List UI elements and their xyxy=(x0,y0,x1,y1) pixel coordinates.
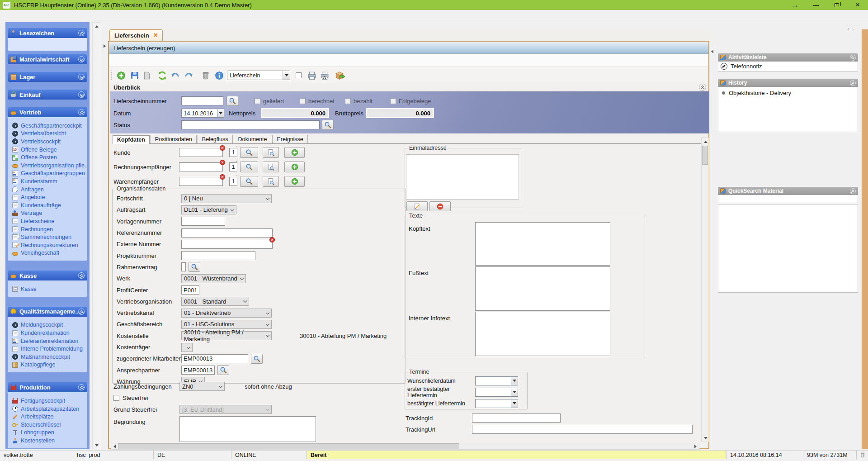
panel-header[interactable]: History xyxy=(718,79,858,87)
sidebar-item[interactable]: Kasse xyxy=(12,285,86,293)
sidebar-splitter[interactable] xyxy=(103,22,107,449)
print-preview-button[interactable]: A xyxy=(318,69,330,81)
redo-button[interactable] xyxy=(182,69,194,81)
termin-datepicker[interactable] xyxy=(475,376,518,385)
menu-item[interactable] xyxy=(27,14,36,16)
collapse-chevron-icon[interactable] xyxy=(850,55,856,61)
partner-input[interactable] xyxy=(179,148,223,157)
partner-count-input[interactable]: 1 xyxy=(229,162,237,171)
scroll-down-button[interactable] xyxy=(93,442,101,449)
checkbox-icon[interactable] xyxy=(300,98,306,104)
sidebar-group-header[interactable]: Vertrieb xyxy=(8,107,87,117)
history-item[interactable]: Objekthistorie - Delivery xyxy=(722,90,854,96)
termin-dropdown-icon[interactable] xyxy=(511,388,518,397)
new-document-button[interactable] xyxy=(141,69,153,81)
sidebar-item[interactable]: Interne Problemmeldung xyxy=(12,345,86,353)
document-menu-item[interactable] xyxy=(119,58,129,62)
termin-input[interactable] xyxy=(475,399,511,408)
sidebar-item[interactable]: Rechnungskorrekturen xyxy=(12,241,86,249)
select-field[interactable]: 0001 - Wüstenbrand xyxy=(181,274,246,283)
restore-button[interactable] xyxy=(826,0,847,10)
sidebar-item[interactable]: Anfragen xyxy=(12,185,86,194)
begruendung-textarea[interactable] xyxy=(179,416,316,442)
sidebar-item[interactable]: Kundenstamm xyxy=(12,177,86,185)
sidebar-item[interactable]: Verleihgeschäft xyxy=(12,249,86,257)
document-menu-item[interactable] xyxy=(109,58,119,62)
datum-input[interactable]: 14.10.2016 xyxy=(181,109,217,118)
document-type-combo[interactable]: Lieferschein xyxy=(227,71,290,80)
partner-search-button[interactable] xyxy=(240,147,258,158)
scroll-right-button[interactable] xyxy=(692,443,699,449)
sidebar-item[interactable]: Lieferscheine xyxy=(12,217,86,225)
info-button[interactable] xyxy=(213,69,225,81)
panel-header[interactable]: Aktivitätsleiste xyxy=(718,53,858,62)
form-horizontal-scrollbar[interactable] xyxy=(111,443,699,450)
checkbox-icon[interactable] xyxy=(255,98,260,104)
minimize-button[interactable]: ― xyxy=(806,0,826,10)
lookup-button[interactable] xyxy=(217,365,229,375)
tab-dokumente[interactable]: Dokumente xyxy=(234,135,272,143)
collapse-chevron-icon[interactable] xyxy=(78,272,85,279)
sidebar-item[interactable]: Verträge xyxy=(12,209,86,218)
sidebar-item[interactable]: Geschäftspartnercockpit xyxy=(12,122,86,130)
text-input[interactable] xyxy=(181,228,273,238)
tab-kopfdaten[interactable]: Kopfdaten xyxy=(113,135,150,144)
select-field[interactable]: 0 | Neu xyxy=(181,194,272,203)
scroll-left-button[interactable] xyxy=(111,443,118,449)
refresh-button[interactable] xyxy=(156,69,168,81)
sidebar-item[interactable]: Offene Belege xyxy=(12,146,86,154)
status-checkbox[interactable]: geliefert xyxy=(255,98,300,105)
scroll-down-button[interactable] xyxy=(702,434,710,442)
sidebar-item[interactable]: Arbeitsplätze xyxy=(12,413,86,421)
scrollbar-thumb[interactable] xyxy=(702,146,708,165)
partner-search-button[interactable] xyxy=(240,162,258,172)
sidebar-item[interactable]: Sammelrechnungen xyxy=(12,233,86,241)
partner-add-button[interactable] xyxy=(284,162,305,172)
undo-button[interactable] xyxy=(169,69,181,81)
scrollbar-thumb[interactable] xyxy=(118,443,459,449)
sidebar-item[interactable]: Meldungscockpit xyxy=(12,321,86,329)
einmaladresse-remove-button[interactable] xyxy=(429,201,451,211)
termin-dropdown-icon[interactable] xyxy=(511,376,518,385)
panel-header[interactable]: QuickSearch Material xyxy=(718,187,858,195)
lookup-button[interactable] xyxy=(189,262,200,272)
zahlungsbedingungen-select[interactable]: ZN0 xyxy=(179,382,225,391)
text-input[interactable] xyxy=(181,240,273,249)
sidebar-group-header[interactable]: Einkauf xyxy=(8,90,87,100)
select-field[interactable]: 30010 - Abteilung PM / Marketing xyxy=(181,331,272,340)
sidebar-scrollbar[interactable] xyxy=(92,22,101,449)
trackingurl-input[interactable] xyxy=(472,425,693,434)
sidebar-group-header[interactable]: Lesezeichen xyxy=(8,28,87,38)
sidebar-item[interactable]: Maßnahmencockpit xyxy=(12,353,86,361)
sidebar-item[interactable]: Vertriebscockpit xyxy=(12,138,86,146)
form-vertical-scrollbar[interactable] xyxy=(701,138,709,442)
status-checkbox[interactable]: bezahlt xyxy=(345,98,390,105)
sidebar-group-header[interactable]: Kasse xyxy=(8,271,87,280)
sidebar-item[interactable]: Offene Posten xyxy=(12,153,86,162)
trackingid-input[interactable] xyxy=(472,413,561,423)
text-input[interactable]: EMP00013 xyxy=(181,354,248,363)
menu-item[interactable] xyxy=(0,14,9,16)
sidebar-item[interactable]: Kundenreklamation xyxy=(12,329,86,337)
lieferscheinnummer-input[interactable] xyxy=(181,96,223,105)
collapse-chevron-icon[interactable] xyxy=(78,30,85,36)
interner-infotext-textarea[interactable] xyxy=(475,312,610,356)
sidebar-group-header[interactable]: Lager xyxy=(8,72,87,82)
rightpanel-splitter[interactable] xyxy=(710,29,714,449)
tab-positionsdaten[interactable]: Positionsdaten xyxy=(151,135,197,143)
collapse-chevron-icon[interactable] xyxy=(78,384,85,390)
select-field[interactable] xyxy=(181,343,193,352)
status-search-button[interactable] xyxy=(322,120,334,130)
select-field[interactable]: 01 - Direktvertrieb xyxy=(181,309,272,318)
datum-datepicker[interactable]: 14.10.2016 xyxy=(181,109,224,118)
combo-dropdown-icon[interactable] xyxy=(283,71,290,80)
expand-chevron-icon[interactable] xyxy=(78,74,85,80)
termin-datepicker[interactable] xyxy=(475,388,518,397)
text-input[interactable] xyxy=(181,262,186,271)
tab-ereignisse[interactable]: Ereignisse xyxy=(272,135,307,143)
sidebar-item[interactable]: Geschäftspartnergruppen xyxy=(12,170,86,178)
select-field[interactable]: 0001 - Standard xyxy=(181,297,249,306)
activity-telefonnotiz[interactable]: Telefonnotiz xyxy=(718,62,858,71)
partner-preview-button[interactable] xyxy=(263,147,279,158)
statusbar-trash-button[interactable] xyxy=(856,451,868,459)
